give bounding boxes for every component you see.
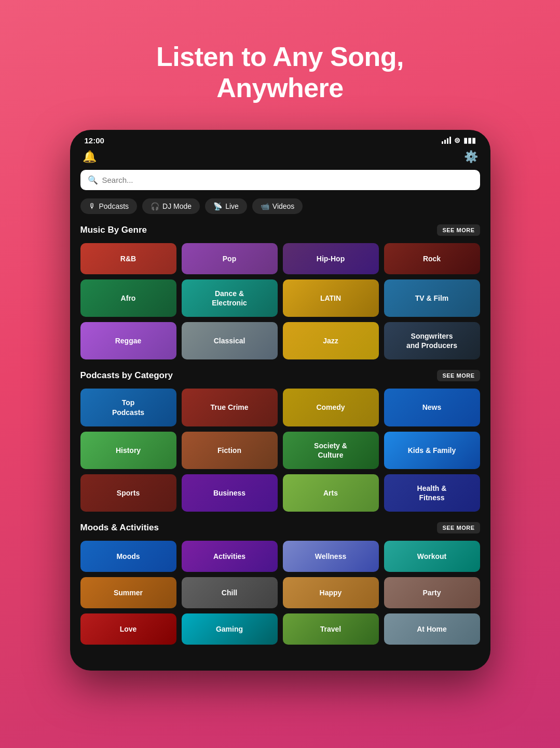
notifications-icon[interactable]: 🔔 xyxy=(83,150,97,164)
device-frame: 12:00 ⊜ ▮▮▮ 🔔 ⚙️ 🔍 🎙 Podcasts 🎧 DJ Mod xyxy=(70,130,490,671)
card-label-music_by_genre-0: R&B xyxy=(120,254,136,263)
card-music_by_genre-5[interactable]: Dance & Electronic xyxy=(182,279,278,317)
card-label-moods_activities-6: Happy xyxy=(320,588,342,597)
card-label-podcasts_by_category-1: True Crime xyxy=(210,403,248,412)
card-label-moods_activities-9: Gaming xyxy=(216,624,243,634)
card-music_by_genre-8[interactable]: Reggae xyxy=(80,322,176,359)
top-action-bar: 🔔 ⚙️ xyxy=(70,148,490,170)
card-music_by_genre-10[interactable]: Jazz xyxy=(283,322,379,359)
card-music_by_genre-2[interactable]: Hip-Hop xyxy=(283,243,379,274)
card-music_by_genre-9[interactable]: Classical xyxy=(182,322,278,359)
section-header-moods_activities: Moods & ActivitiesSEE MORE xyxy=(80,522,480,533)
card-label-music_by_genre-7: TV & Film xyxy=(415,293,449,303)
signal-icon xyxy=(442,137,451,144)
card-label-moods_activities-1: Activities xyxy=(213,552,245,561)
card-label-moods_activities-10: Travel xyxy=(320,624,341,634)
card-label-moods_activities-7: Party xyxy=(422,588,441,597)
card-label-music_by_genre-4: Afro xyxy=(121,293,136,303)
card-podcasts_by_category-3[interactable]: News xyxy=(384,389,480,426)
section-header-music_by_genre: Music By GenreSEE MORE xyxy=(80,224,480,236)
card-label-moods_activities-2: Wellness xyxy=(315,552,346,561)
card-music_by_genre-6[interactable]: LATIN xyxy=(283,279,379,317)
card-moods_activities-8[interactable]: Love xyxy=(80,613,176,645)
card-label-moods_activities-4: Summer xyxy=(114,588,143,597)
card-label-moods_activities-8: Love xyxy=(120,624,137,634)
card-label-podcasts_by_category-10: Arts xyxy=(323,488,338,498)
card-moods_activities-2[interactable]: Wellness xyxy=(283,541,379,572)
status-bar: 12:00 ⊜ ▮▮▮ xyxy=(70,130,490,148)
card-moods_activities-9[interactable]: Gaming xyxy=(182,613,278,645)
card-label-moods_activities-3: Workout xyxy=(417,552,447,561)
grid-moods_activities: MoodsActivitiesWellnessWorkoutSummerChil… xyxy=(80,541,480,645)
card-podcasts_by_category-0[interactable]: Top Podcasts xyxy=(80,389,176,426)
section-title-moods_activities: Moods & Activities xyxy=(80,523,159,533)
card-moods_activities-1[interactable]: Activities xyxy=(182,541,278,572)
tab-podcasts[interactable]: 🎙 Podcasts xyxy=(80,198,138,214)
card-label-moods_activities-0: Moods xyxy=(116,552,140,561)
card-podcasts_by_category-9[interactable]: Business xyxy=(182,474,278,512)
card-podcasts_by_category-7[interactable]: Kids & Family xyxy=(384,432,480,469)
card-label-podcasts_by_category-3: News xyxy=(422,403,442,412)
card-podcasts_by_category-4[interactable]: History xyxy=(80,432,176,469)
card-label-music_by_genre-9: Classical xyxy=(214,336,245,345)
card-music_by_genre-3[interactable]: Rock xyxy=(384,243,480,274)
card-moods_activities-5[interactable]: Chill xyxy=(182,577,278,608)
card-podcasts_by_category-1[interactable]: True Crime xyxy=(182,389,278,426)
see-more-moods_activities[interactable]: SEE MORE xyxy=(437,522,480,533)
tab-live-label: Live xyxy=(225,202,239,210)
section-title-podcasts_by_category: Podcasts by Category xyxy=(80,370,173,381)
section-header-podcasts_by_category: Podcasts by CategorySEE MORE xyxy=(80,370,480,381)
card-label-podcasts_by_category-0: Top Podcasts xyxy=(112,398,144,417)
card-podcasts_by_category-8[interactable]: Sports xyxy=(80,474,176,512)
card-label-podcasts_by_category-9: Business xyxy=(213,488,245,498)
time: 12:00 xyxy=(85,136,104,145)
grid-music_by_genre: R&BPopHip-HopRockAfroDance & ElectronicL… xyxy=(80,243,480,360)
card-label-music_by_genre-10: Jazz xyxy=(323,336,338,345)
card-label-podcasts_by_category-6: Society & Culture xyxy=(314,441,347,460)
card-moods_activities-10[interactable]: Travel xyxy=(283,613,379,645)
settings-icon[interactable]: ⚙️ xyxy=(464,150,478,164)
section-podcasts_by_category: Podcasts by CategorySEE MORETop Podcasts… xyxy=(70,370,490,522)
card-music_by_genre-1[interactable]: Pop xyxy=(182,243,278,274)
podcasts-tab-icon: 🎙 xyxy=(89,202,96,210)
card-label-music_by_genre-1: Pop xyxy=(223,254,236,263)
card-label-music_by_genre-5: Dance & Electronic xyxy=(212,289,247,308)
card-music_by_genre-0[interactable]: R&B xyxy=(80,243,176,274)
card-moods_activities-3[interactable]: Workout xyxy=(384,541,480,572)
card-podcasts_by_category-10[interactable]: Arts xyxy=(283,474,379,512)
battery-icon: ▮▮▮ xyxy=(463,136,476,144)
card-moods_activities-6[interactable]: Happy xyxy=(283,577,379,608)
see-more-music_by_genre[interactable]: SEE MORE xyxy=(437,224,480,236)
tab-dj-mode[interactable]: 🎧 DJ Mode xyxy=(142,198,200,214)
card-music_by_genre-11[interactable]: Songwriters and Producers xyxy=(384,322,480,359)
card-label-podcasts_by_category-5: Fiction xyxy=(217,446,241,455)
tab-live[interactable]: 📡 Live xyxy=(205,198,247,214)
card-moods_activities-0[interactable]: Moods xyxy=(80,541,176,572)
card-podcasts_by_category-2[interactable]: Comedy xyxy=(283,389,379,426)
card-podcasts_by_category-11[interactable]: Health & Fitness xyxy=(384,474,480,512)
sections-container: Music By GenreSEE MORER&BPopHip-HopRockA… xyxy=(70,224,490,656)
filter-tabs: 🎙 Podcasts 🎧 DJ Mode 📡 Live 📹 Videos xyxy=(70,198,490,224)
card-podcasts_by_category-5[interactable]: Fiction xyxy=(182,432,278,469)
dj-tab-icon: 🎧 xyxy=(151,202,159,210)
card-label-music_by_genre-8: Reggae xyxy=(115,336,142,345)
card-podcasts_by_category-6[interactable]: Society & Culture xyxy=(283,432,379,469)
section-moods_activities: Moods & ActivitiesSEE MOREMoodsActivitie… xyxy=(70,522,490,655)
tab-videos-label: Videos xyxy=(272,202,295,210)
section-title-music_by_genre: Music By Genre xyxy=(80,225,147,235)
card-label-music_by_genre-6: LATIN xyxy=(320,293,341,303)
card-label-podcasts_by_category-7: Kids & Family xyxy=(408,446,456,455)
search-input[interactable] xyxy=(102,176,473,184)
search-bar[interactable]: 🔍 xyxy=(80,170,480,190)
card-moods_activities-11[interactable]: At Home xyxy=(384,613,480,645)
card-label-moods_activities-11: At Home xyxy=(417,624,447,634)
videos-tab-icon: 📹 xyxy=(261,202,269,210)
card-moods_activities-7[interactable]: Party xyxy=(384,577,480,608)
tab-videos[interactable]: 📹 Videos xyxy=(252,198,303,214)
wifi-icon: ⊜ xyxy=(454,136,460,144)
card-moods_activities-4[interactable]: Summer xyxy=(80,577,176,608)
card-music_by_genre-4[interactable]: Afro xyxy=(80,279,176,317)
card-music_by_genre-7[interactable]: TV & Film xyxy=(384,279,480,317)
see-more-podcasts_by_category[interactable]: SEE MORE xyxy=(437,370,480,381)
live-tab-icon: 📡 xyxy=(213,202,222,210)
